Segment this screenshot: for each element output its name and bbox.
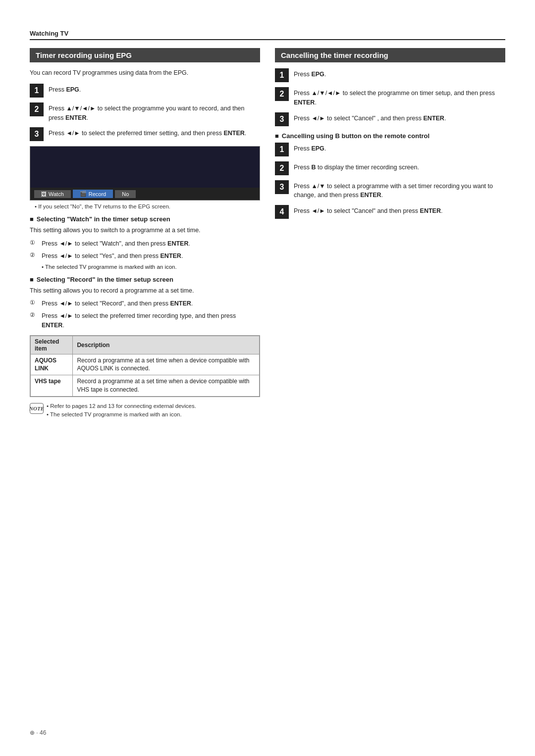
table-item-vhs: VHS tape (31, 375, 73, 397)
epg-record-btn[interactable]: 🎬 Record (73, 190, 113, 198)
right-b-step-text-2: Press B to display the timer recording s… (294, 161, 419, 172)
right-step-num-2: 2 (275, 87, 289, 101)
right-step-text-3: Press ◄/► to select "Cancel" , and then … (294, 112, 446, 123)
record-label: Record (89, 191, 106, 197)
step-text-3: Press ◄/► to select the preferred timer … (49, 127, 246, 138)
right-b-step-num-4: 4 (275, 205, 289, 219)
table-desc-vhs: Record a programme at a set time when a … (73, 375, 260, 397)
epg-no-btn[interactable]: No (115, 190, 136, 198)
right-step-num-1: 1 (275, 68, 289, 82)
left-intro: You can record TV programmes using data … (30, 68, 260, 78)
watch-sub-bullet: • The selected TV programme is marked wi… (42, 264, 260, 270)
right-step-2: 2 Press ▲/▼/◄/► to select the programme … (275, 87, 505, 107)
left-section-title: Timer recording using EPG (30, 48, 260, 62)
record-icon: 🎬 (80, 191, 87, 197)
right-step-text-1: Press EPG. (294, 68, 326, 79)
left-step-3: 3 Press ◄/► to select the preferred time… (30, 127, 260, 141)
subsection-watch-body: This setting allows you to switch to a p… (30, 226, 260, 235)
right-b-step-num-1: 1 (275, 143, 289, 156)
subsection-record-title: Selecting "Record" in the timer setup sc… (30, 276, 260, 283)
left-column: Timer recording using EPG You can record… (30, 48, 260, 424)
table-item-aquos: AQUOSLINK (31, 354, 73, 375)
circle-text-r2: Press ◄/► to select the preferred timer … (42, 311, 260, 330)
table-row-aquos: AQUOSLINK Record a programme at a set ti… (31, 354, 260, 375)
page-footer: ⊕ · 46 (30, 729, 46, 736)
subsection-bbutton-title: Cancelling using B button on the remote … (275, 132, 505, 140)
watch-circle-step-2: ② Press ◄/► to select "Yes", and then pr… (30, 252, 260, 261)
step-num-2: 2 (30, 102, 44, 116)
note-text: • Refer to pages 12 and 13 for connectin… (47, 402, 196, 419)
right-b-step-1: 1 Press EPG. (275, 143, 505, 156)
step-num-3: 3 (30, 127, 44, 141)
circle-num-r1: ① (30, 299, 39, 306)
step-text-1: Press EPG. (49, 84, 81, 95)
circle-text-2: Press ◄/► to select "Yes", and then pres… (42, 252, 183, 261)
left-step-1: 1 Press EPG. (30, 84, 260, 98)
right-b-step-4: 4 Press ◄/► to select "Cancel" and then … (275, 205, 505, 219)
circle-num-1: ① (30, 239, 39, 246)
watch-circle-step-1: ① Press ◄/► to select "Watch", and then … (30, 239, 260, 249)
note-box: NOTE • Refer to pages 12 and 13 for conn… (30, 402, 260, 419)
watch-label: Watch (49, 191, 64, 197)
right-step-3: 3 Press ◄/► to select "Cancel" , and the… (275, 112, 505, 126)
table-desc-aquos: Record a programme at a set time when a … (73, 354, 260, 375)
right-step-num-3: 3 (275, 112, 289, 126)
table-header-desc: Description (73, 336, 260, 354)
right-b-step-num-3: 3 (275, 180, 289, 194)
right-b-step-text-1: Press EPG. (294, 143, 326, 153)
record-circle-step-2: ② Press ◄/► to select the preferred time… (30, 311, 260, 330)
two-column-layout: Timer recording using EPG You can record… (30, 48, 505, 424)
right-column: Cancelling the timer recording 1 Press E… (275, 48, 505, 424)
right-b-step-3: 3 Press ▲/▼ to select a programme with a… (275, 180, 505, 201)
no-label: No (122, 191, 129, 197)
table-row-vhs: VHS tape Record a programme at a set tim… (31, 375, 260, 397)
record-table: Selected item Description AQUOSLINK Reco… (30, 335, 260, 397)
epg-bullet-note: • If you select "No", the TV returns to … (35, 203, 260, 209)
circle-text-r1: Press ◄/► to select "Record", and then p… (42, 299, 193, 308)
right-step-text-2: Press ▲/▼/◄/► to select the programme on… (294, 87, 505, 107)
subsection-record-body: This setting allows you to record a prog… (30, 286, 260, 296)
epg-buttons-bar: 🖼 Watch 🎬 Record No (30, 188, 260, 200)
right-b-step-text-3: Press ▲/▼ to select a programme with a s… (294, 180, 505, 201)
epg-watch-btn[interactable]: 🖼 Watch (34, 190, 71, 198)
left-step-2: 2 Press ▲/▼/◄/► to select the programme … (30, 102, 260, 123)
note-icon: NOTE (30, 403, 44, 414)
subsection-watch-title: Selecting "Watch" in the timer setup scr… (30, 215, 260, 223)
right-b-step-text-4: Press ◄/► to select "Cancel" and then pr… (294, 205, 442, 216)
table-header-item: Selected item (31, 336, 73, 354)
step-text-2: Press ▲/▼/◄/► to select the programme yo… (49, 102, 260, 123)
record-circle-step-1: ① Press ◄/► to select "Record", and then… (30, 299, 260, 308)
right-step-1: 1 Press EPG. (275, 68, 505, 82)
circle-text-1: Press ◄/► to select "Watch", and then pr… (42, 239, 190, 249)
watching-tv-header: Watching TV (30, 30, 505, 40)
right-b-step-2: 2 Press B to display the timer recording… (275, 161, 505, 175)
watch-icon: 🖼 (41, 191, 47, 197)
circle-num-r2: ② (30, 311, 39, 318)
step-num-1: 1 (30, 84, 44, 98)
circle-num-2: ② (30, 252, 39, 258)
right-b-step-num-2: 2 (275, 161, 289, 175)
epg-screen: 🖼 Watch 🎬 Record No (30, 146, 260, 201)
right-section-title: Cancelling the timer recording (275, 48, 505, 62)
